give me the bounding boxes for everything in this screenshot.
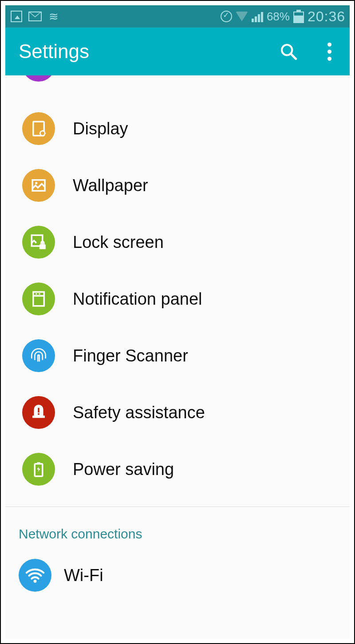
settings-item-label: Finger Scanner — [73, 346, 188, 365]
picture-notification-icon — [10, 10, 23, 23]
screen: ≋ 68% 20:36 Settings — [5, 5, 350, 639]
more-options-button[interactable] — [325, 43, 334, 61]
safety-icon — [22, 396, 55, 429]
settings-item-display[interactable]: Display — [5, 100, 350, 157]
wifi-icon — [19, 559, 51, 592]
svg-rect-7 — [39, 244, 46, 249]
settings-item-label: Safety assistance — [73, 403, 205, 422]
notification-panel-icon — [22, 283, 55, 315]
settings-item-finger-scanner[interactable]: Finger Scanner — [5, 327, 350, 384]
settings-item-wifi[interactable]: Wi-Fi — [5, 549, 350, 602]
status-left: ≋ — [10, 10, 60, 23]
settings-item-sounds[interactable]: Sounds and notifications — [5, 75, 350, 84]
more-dot — [327, 57, 331, 61]
settings-item-notification-panel[interactable]: Notification panel — [5, 271, 350, 327]
settings-item-label: Display — [73, 119, 128, 138]
settings-item-lock-screen[interactable]: Lock screen — [5, 214, 350, 271]
search-button[interactable] — [279, 42, 298, 61]
battery-percent: 68% — [267, 10, 290, 24]
fingerprint-icon — [22, 339, 55, 372]
app-bar-actions — [279, 42, 334, 61]
svg-rect-13 — [38, 408, 39, 413]
settings-item-power-saving[interactable]: Power saving — [5, 441, 350, 498]
svg-point-17 — [34, 580, 37, 583]
power-saving-icon — [22, 453, 55, 486]
svg-line-1 — [291, 54, 296, 59]
settings-item-label: Wi-Fi — [64, 566, 103, 585]
display-icon — [22, 112, 55, 145]
settings-item-safety-assistance[interactable]: Safety assistance — [5, 384, 350, 441]
section-header-network: Network connections — [5, 507, 350, 549]
transfer-icon: ≋ — [47, 10, 60, 23]
settings-item-label: Wallpaper — [73, 176, 148, 195]
app-bar: Settings — [5, 27, 350, 75]
svg-point-5 — [35, 182, 37, 184]
more-dot — [327, 50, 331, 54]
wallpaper-icon — [22, 169, 55, 202]
settings-item-label: Power saving — [73, 460, 174, 479]
settings-item-label: Notification panel — [73, 290, 202, 309]
alarm-icon — [221, 11, 232, 22]
lock-screen-icon — [22, 226, 55, 259]
mail-notification-icon — [28, 10, 42, 23]
search-icon — [280, 43, 297, 60]
sound-icon — [22, 75, 55, 82]
svg-rect-12 — [32, 416, 45, 418]
status-right: 68% 20:36 — [221, 8, 345, 25]
wifi-signal-icon — [236, 12, 248, 21]
device-frame: ≋ 68% 20:36 Settings — [0, 0, 355, 644]
svg-point-3 — [40, 131, 45, 136]
more-dot — [327, 43, 331, 47]
settings-item-label: Lock screen — [73, 233, 164, 252]
status-bar: ≋ 68% 20:36 — [5, 5, 350, 27]
svg-rect-16 — [37, 462, 40, 464]
svg-rect-14 — [38, 413, 39, 415]
settings-item-wallpaper[interactable]: Wallpaper — [5, 157, 350, 214]
battery-icon — [293, 10, 304, 23]
page-title: Settings — [19, 40, 89, 63]
clock: 20:36 — [308, 8, 345, 25]
cell-signal-icon — [252, 11, 263, 22]
settings-list[interactable]: Sounds and notifications Display Wallpap… — [5, 75, 350, 639]
